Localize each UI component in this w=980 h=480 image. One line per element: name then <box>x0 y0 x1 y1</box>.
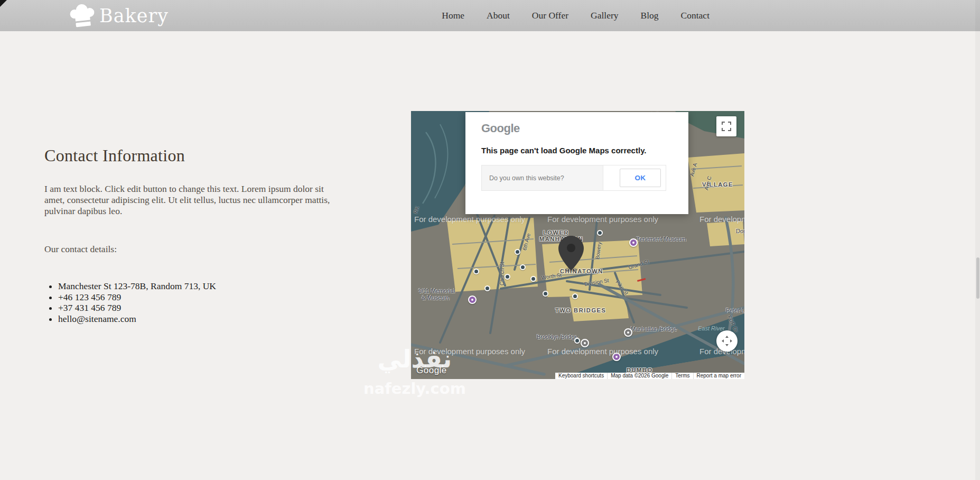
transit-station-icon <box>543 291 548 297</box>
map-label-poi: & Museum <box>422 294 450 301</box>
watermark-domain-text: nafezly.com <box>349 380 481 398</box>
dev-watermark-text: For development purposes only <box>414 347 525 356</box>
page-title: Contact Information <box>44 146 185 165</box>
map-label-water: East River <box>698 325 725 331</box>
ok-button-area: OK <box>603 165 666 190</box>
google-map[interactable]: For development purposes onlyFor develop… <box>411 111 744 379</box>
map-label-street: Pike St <box>614 279 629 296</box>
chef-hat-icon <box>67 2 99 30</box>
map-label-street: Division St <box>584 278 609 287</box>
dev-watermark-text: For development purposes only <box>547 215 658 224</box>
dev-watermark-text: For development purposes only <box>414 215 525 224</box>
nav-item-gallery[interactable]: Gallery <box>591 10 618 21</box>
maps-error-dialog: Google This page can't load Google Maps … <box>465 112 688 214</box>
transit-station-icon <box>574 338 580 344</box>
map-label-street: Church St <box>499 262 505 285</box>
own-website-link[interactable]: Do you own this website? <box>482 165 603 190</box>
dev-watermark-text: For development purposes only <box>699 215 744 224</box>
transit-station-icon <box>473 269 479 274</box>
map-label-area: TWO BRIDGES <box>555 307 606 313</box>
scrollbar[interactable] <box>975 0 980 480</box>
nav-item-about[interactable]: About <box>487 10 510 21</box>
nav-item-home[interactable]: Home <box>442 10 464 21</box>
google-logo: Google <box>481 122 520 135</box>
pan-control-button[interactable] <box>716 330 738 352</box>
corner-artifact <box>0 0 7 7</box>
nav-item-our-offer[interactable]: Our Offer <box>532 10 568 21</box>
transit-station-icon <box>597 230 603 236</box>
transit-station-icon <box>572 293 578 299</box>
nav-item-blog[interactable]: Blog <box>641 10 659 21</box>
terms-link[interactable]: Terms <box>671 373 693 379</box>
fullscreen-button[interactable] <box>716 116 736 136</box>
map-label-area: LOWER <box>543 229 569 236</box>
maps-error-actions: Do you own this website? OK <box>481 165 666 191</box>
map-label-street: Worth St <box>541 272 562 281</box>
map-label-street: RK <box>413 206 421 215</box>
fullscreen-icon <box>722 122 731 131</box>
transit-station-icon <box>530 276 536 282</box>
contact-details-list: Manchester St 123-78B, Random 713, UK +4… <box>44 281 216 324</box>
map-marker-icon[interactable] <box>558 236 584 272</box>
map-label-poi: Brooklyn Bridge <box>537 334 578 340</box>
transit-station-icon <box>520 264 526 270</box>
ok-button[interactable]: OK <box>620 169 661 187</box>
map-label-poi: Tenement Museum <box>637 236 686 242</box>
transit-station-icon <box>515 249 520 255</box>
map-label-street: Grand St <box>628 259 649 270</box>
report-map-error-link[interactable]: Report a map error <box>693 373 744 379</box>
museum-poi-icon <box>468 296 477 304</box>
map-attribution-bar: Keyboard shortcuts Map data ©2026 Google… <box>555 373 744 379</box>
dev-watermark-text: For development purposes only <box>547 347 658 356</box>
transit-station-icon <box>484 285 490 291</box>
map-label-street: Ave A <box>689 162 698 177</box>
header: Bakery Home About Our Offer Gallery Blog… <box>0 0 980 31</box>
map-label-poi: Dom <box>736 228 744 234</box>
maps-error-message: This page can't load Google Maps correct… <box>481 146 647 155</box>
map-data-text: Map data ©2026 Google <box>607 373 671 379</box>
map-label-poi: Manhattan Bridge <box>631 326 677 332</box>
museum-poi-icon <box>629 238 638 247</box>
transit-station-icon <box>505 274 510 280</box>
contact-detail-phone-1: +46 123 456 789 <box>58 292 216 303</box>
map-label-poi: Peter L <box>726 307 744 313</box>
map-label-street: Bowery <box>594 242 602 260</box>
pan-arrows-icon <box>721 335 733 347</box>
brand-name: Bakery <box>99 2 169 30</box>
scrollbar-thumb[interactable] <box>976 257 979 299</box>
intro-text: I am text block. Click edit button to ch… <box>44 183 332 217</box>
keyboard-shortcuts-link[interactable]: Keyboard shortcuts <box>555 373 607 379</box>
landmark-poi-icon <box>624 328 632 337</box>
contact-detail-email: hello@sitename.com <box>58 313 216 325</box>
nav-item-contact[interactable]: Contact <box>681 10 710 21</box>
landmark-poi-icon <box>581 339 589 347</box>
google-maps-logo[interactable]: Google <box>416 365 447 376</box>
brand-logo[interactable]: Bakery <box>68 2 169 30</box>
map-label-street: 6th Ave <box>521 233 531 251</box>
contact-details-label: Our contact details: <box>44 244 117 255</box>
contact-detail-address: Manchester St 123-78B, Random 713, UK <box>58 281 216 292</box>
map-label-poi: 9/11 Memorial <box>418 288 455 294</box>
main-nav: Home About Our Offer Gallery Blog Contac… <box>442 0 710 31</box>
contact-detail-phone-2: +37 431 456 789 <box>58 302 216 313</box>
